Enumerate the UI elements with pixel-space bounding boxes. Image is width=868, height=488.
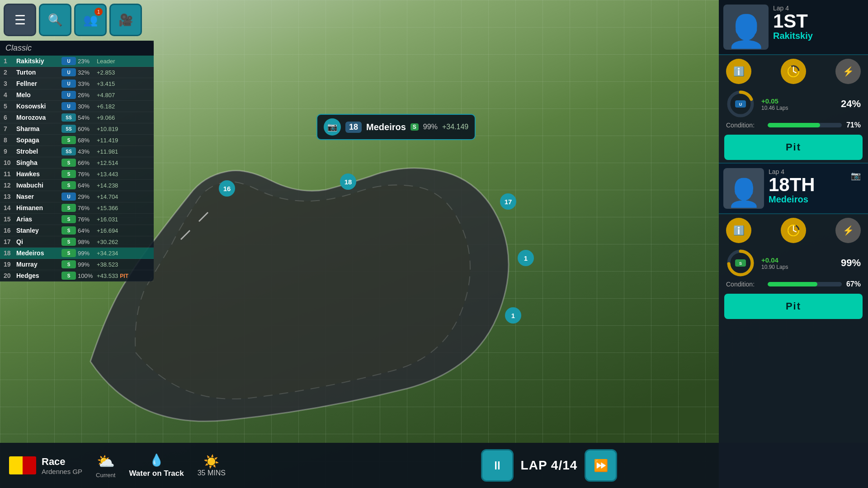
bottom-driver-pct: 99% [841,257,861,269]
camera-overlay-icon: 📷 [851,171,861,181]
row-name: Melo [16,91,61,99]
row-badge: S [61,170,76,178]
camera-button[interactable]: 🎥 [109,4,142,36]
row-name: Fellner [16,80,61,87]
row-name: Hedges [16,272,61,279]
bottom-driver-position: 18TH [769,175,863,194]
top-driver-laps: 10.46 Laps [761,105,788,111]
leaderboard-row: 6 Morozova SS 54% +9.066 [0,112,154,123]
bottom-driver-stat-block: +0.04 10.90 Laps [761,256,788,270]
driver-avatar-char-top: 👤 [723,5,769,50]
row-pct: 23% [78,58,97,65]
track-marker-16[interactable]: 16 [219,180,235,197]
weather-icon: ⛅ [97,453,115,470]
svg-text:S: S [739,261,742,266]
tooltip-gap: +34.149 [442,123,468,131]
row-badge: SS [61,147,76,155]
hamburger-icon: ☰ [14,13,26,28]
row-gap: +34.234 [97,250,150,257]
row-badge: S [61,226,76,235]
pit-button-bottom[interactable]: Pit [724,294,863,319]
row-badge: S [61,272,76,280]
track-marker-17[interactable]: 17 [500,193,516,210]
track-marker-1a[interactable]: 1 [518,250,534,266]
row-pct: 29% [78,193,97,200]
info-button-bottom[interactable]: ℹ️ [726,218,751,243]
leaderboard-row: 14 Himanen S 76% +15.366 [0,202,154,214]
row-pos: 4 [4,91,16,99]
leaderboard-row: 13 Naser U 29% +14.704 [0,191,154,202]
leaderboard: Classic 1 Rakitskiy U 23% Leader 2 Turto… [0,41,154,282]
row-pos: 7 [4,125,16,132]
top-driver-change: +0.05 [761,97,788,105]
row-pos: 17 [4,238,16,245]
lightning-button-top[interactable]: ⚡ [835,59,861,84]
timer-icon [787,65,800,78]
bottom-driver-change: +0.04 [761,256,788,264]
row-gap: +10.819 [97,126,150,132]
row-pct: 99% [78,261,97,268]
row-pct: 68% [78,137,97,144]
water-section: 💧 Water on Track [129,453,184,478]
leaderboard-row: 9 Strobel SS 43% +11.981 [0,146,154,157]
row-badge: S [61,136,76,144]
row-gap: +14.238 [97,182,150,189]
svg-text:U: U [739,102,742,107]
driver-card-top: 👤 Lap 4 1ST Rakitskiy [719,0,868,55]
info-button-top[interactable]: ℹ️ [726,59,751,84]
timer-button-bottom[interactable] [781,218,806,243]
analytics-button[interactable]: 🔍 [39,4,71,36]
top-driver-condition-row: Condition: 71% [719,120,868,132]
track-marker-1b[interactable]: 1 [505,307,521,324]
flag-left [9,456,23,474]
race-type: Race [42,456,82,468]
time-remaining-section: ☀️ 35 MINS [198,454,226,477]
row-badge: S [61,249,76,257]
leaderboard-row: 17 Qi S 98% +30.262 [0,236,154,248]
weather-label: Current [96,472,115,479]
weather-section: ⛅ Current [96,453,115,479]
row-badge: SS [61,125,76,133]
social-button[interactable]: 👥 1 [74,4,107,36]
row-name: Qi [16,238,61,245]
pit-button-top[interactable]: Pit [724,135,863,160]
social-icon: 👥 [83,13,98,27]
fast-forward-button[interactable]: ⏩ [585,449,617,482]
leaderboard-row: 8 Sopaga S 68% +11.419 [0,135,154,146]
tooltip-driver-num: 18 [345,122,362,133]
right-panel: 👤 Lap 4 1ST Rakitskiy ℹ️ ⚡ [719,0,868,488]
row-name: Rakitskiy [16,57,61,65]
gauge-svg-bottom: S [726,249,755,277]
svg-line-13 [793,230,796,232]
top-driver-gauge-row: U +0.05 10.46 Laps 24% [719,88,868,120]
pause-button[interactable]: ⏸ [481,449,514,482]
row-badge: SS [61,113,76,122]
flag-icon [9,456,36,474]
tooltip-badge: S [410,123,419,131]
row-badge: U [61,192,76,201]
row-pct: 26% [78,92,97,99]
row-pos: 2 [4,69,16,76]
row-name: Arias [16,216,61,223]
row-badge: S [61,204,76,212]
row-pos: 3 [4,80,16,87]
track-marker-18[interactable]: 18 [340,174,356,190]
water-on-track-label: Water on Track [129,469,184,478]
row-pos: 15 [4,216,16,223]
row-pos: 14 [4,204,16,211]
row-gap: +3.415 [97,80,150,87]
row-name: Kosowski [16,103,61,110]
row-pos: 6 [4,114,16,121]
row-gap: +15.366 [97,205,150,211]
flag-race-info: Race Ardennes GP [9,456,82,475]
row-name: Sopaga [16,136,61,144]
row-name: Medeiros [16,249,61,257]
row-badge: U [61,102,76,110]
row-pct: 76% [78,171,97,178]
lightning-button-bottom[interactable]: ⚡ [835,218,861,243]
row-name: Iwabuchi [16,182,61,189]
row-name: Murray [16,261,61,268]
timer-button-top[interactable] [781,59,806,84]
menu-button[interactable]: ☰ [4,4,36,36]
bottom-condition-bar-bg [768,282,842,286]
